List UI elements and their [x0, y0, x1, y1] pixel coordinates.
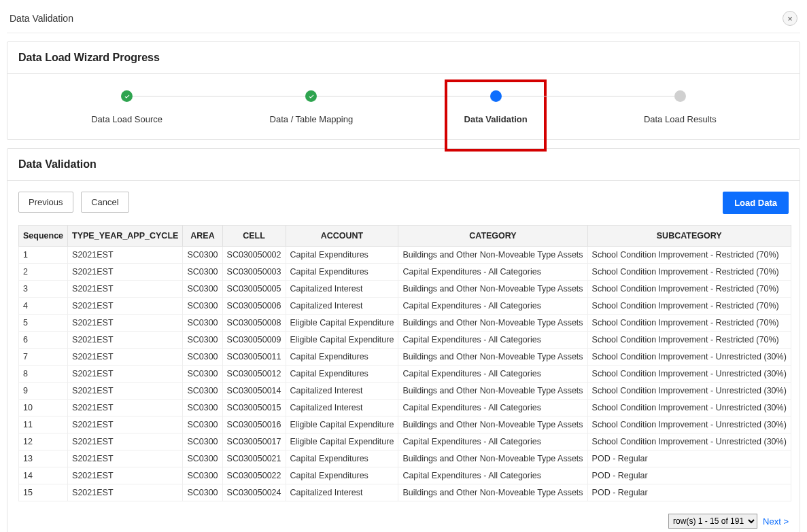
table-cell: Eligible Capital Expenditure [286, 315, 398, 332]
table-cell: SC0300 [183, 349, 222, 366]
current-step-dot [490, 90, 502, 102]
table-cell: S2021EST [68, 383, 183, 400]
table-row: 7S2021ESTSC0300SC030050011Capital Expend… [19, 349, 791, 366]
cancel-button[interactable]: Cancel [81, 192, 128, 213]
table-cell: School Condition Improvement - Unrestric… [587, 400, 791, 416]
table-cell: SC030050003 [222, 264, 286, 281]
table-cell: Capital Expenditures [286, 467, 398, 484]
table-cell: Eligible Capital Expenditure [286, 332, 398, 349]
table-cell: SC0300 [183, 416, 222, 433]
table-cell: School Condition Improvement - Unrestric… [587, 433, 791, 450]
table-cell: 13 [19, 450, 68, 467]
table-cell: Capital Expenditures [286, 349, 398, 366]
table-cell: POD - Regular [587, 484, 791, 501]
table-cell: School Condition Improvement - Restricte… [587, 298, 791, 315]
table-cell: 2 [19, 264, 68, 281]
table-cell: SC030050015 [222, 400, 286, 416]
close-icon[interactable]: × [783, 11, 797, 26]
next-page-link[interactable]: Next > [763, 516, 789, 527]
table-cell: SC030050011 [222, 349, 286, 366]
table-cell: School Condition Improvement - Unrestric… [587, 383, 791, 400]
table-cell: Buildings and Other Non-Moveable Type As… [398, 484, 587, 501]
wizard-step-4: Data Load Results [588, 90, 772, 124]
table-cell: 3 [19, 281, 68, 298]
table-cell: SC0300 [183, 247, 222, 264]
table-row: 12S2021ESTSC0300SC030050017Eligible Capi… [19, 433, 791, 450]
table-cell: Capital Expenditures [286, 366, 398, 383]
table-cell: SC030050012 [222, 366, 286, 383]
table-row: 4S2021ESTSC0300SC030050006Capitalized In… [19, 298, 791, 315]
validation-table: SequenceTYPE_YEAR_APP_CYCLEAREACELLACCOU… [18, 225, 791, 501]
table-cell: 8 [19, 366, 68, 383]
table-cell: SC030050014 [222, 383, 286, 400]
table-cell: 10 [19, 400, 68, 416]
table-cell: S2021EST [68, 400, 183, 416]
column-header[interactable]: ACCOUNT [286, 226, 398, 247]
table-cell: SC030050024 [222, 484, 286, 501]
load-data-button[interactable]: Load Data [723, 192, 789, 214]
column-header[interactable]: TYPE_YEAR_APP_CYCLE [68, 226, 183, 247]
column-header[interactable]: CATEGORY [398, 226, 587, 247]
table-cell: Eligible Capital Expenditure [286, 416, 398, 433]
check-icon [121, 90, 133, 102]
table-cell: Capital Expenditures [286, 264, 398, 281]
table-cell: S2021EST [68, 315, 183, 332]
table-cell: Capital Expenditures - All Categories [398, 298, 587, 315]
table-cell: SC0300 [183, 332, 222, 349]
table-row: 5S2021ESTSC0300SC030050008Eligible Capit… [19, 315, 791, 332]
table-cell: SC030050016 [222, 416, 286, 433]
page-range-select[interactable]: row(s) 1 - 15 of 191 [668, 514, 757, 529]
table-cell: 14 [19, 467, 68, 484]
table-cell: SC030050009 [222, 332, 286, 349]
table-cell: S2021EST [68, 349, 183, 366]
table-cell: 15 [19, 484, 68, 501]
table-row: 13S2021ESTSC0300SC030050021Capital Expen… [19, 450, 791, 467]
table-cell: Capital Expenditures - All Categories [398, 366, 587, 383]
table-cell: Buildings and Other Non-Moveable Type As… [398, 247, 587, 264]
wizard-step-label: Data Load Source [35, 114, 219, 124]
table-cell: 11 [19, 416, 68, 433]
table-cell: SC030050002 [222, 247, 286, 264]
future-step-dot [674, 90, 686, 102]
column-header[interactable]: CELL [222, 226, 286, 247]
table-cell: POD - Regular [587, 467, 791, 484]
table-cell: School Condition Improvement - Restricte… [587, 264, 791, 281]
table-cell: Buildings and Other Non-Moveable Type As… [398, 383, 587, 400]
table-cell: SC0300 [183, 484, 222, 501]
table-cell: POD - Regular [587, 450, 791, 467]
table-cell: SC030050021 [222, 450, 286, 467]
table-cell: 9 [19, 383, 68, 400]
column-header[interactable]: Sequence [19, 226, 68, 247]
table-cell: 12 [19, 433, 68, 450]
table-cell: SC030050006 [222, 298, 286, 315]
table-row: 10S2021ESTSC0300SC030050015Capitalized I… [19, 400, 791, 416]
table-cell: Capital Expenditures - All Categories [398, 264, 587, 281]
table-row: 8S2021ESTSC0300SC030050012Capital Expend… [19, 366, 791, 383]
table-row: 9S2021ESTSC0300SC030050014Capitalized In… [19, 383, 791, 400]
column-header[interactable]: SUBCATEGORY [587, 226, 791, 247]
table-cell: School Condition Improvement - Restricte… [587, 247, 791, 264]
wizard-step-label: Data Load Results [588, 114, 772, 124]
table-cell: S2021EST [68, 332, 183, 349]
table-cell: Eligible Capital Expenditure [286, 433, 398, 450]
table-cell: SC0300 [183, 467, 222, 484]
table-cell: SC030050005 [222, 281, 286, 298]
table-cell: Buildings and Other Non-Moveable Type As… [398, 315, 587, 332]
table-cell: SC0300 [183, 264, 222, 281]
table-cell: S2021EST [68, 484, 183, 501]
previous-button[interactable]: Previous [18, 192, 73, 213]
table-cell: 6 [19, 332, 68, 349]
table-cell: Capital Expenditures - All Categories [398, 433, 587, 450]
table-cell: Capitalized Interest [286, 281, 398, 298]
column-header[interactable]: AREA [183, 226, 222, 247]
table-cell: S2021EST [68, 247, 183, 264]
table-cell: SC0300 [183, 366, 222, 383]
table-cell: 1 [19, 247, 68, 264]
table-cell: SC030050008 [222, 315, 286, 332]
check-icon [305, 90, 317, 102]
table-cell: Buildings and Other Non-Moveable Type As… [398, 450, 587, 467]
table-cell: SC0300 [183, 450, 222, 467]
table-cell: Capital Expenditures - All Categories [398, 332, 587, 349]
table-row: 6S2021ESTSC0300SC030050009Eligible Capit… [19, 332, 791, 349]
table-cell: SC0300 [183, 383, 222, 400]
